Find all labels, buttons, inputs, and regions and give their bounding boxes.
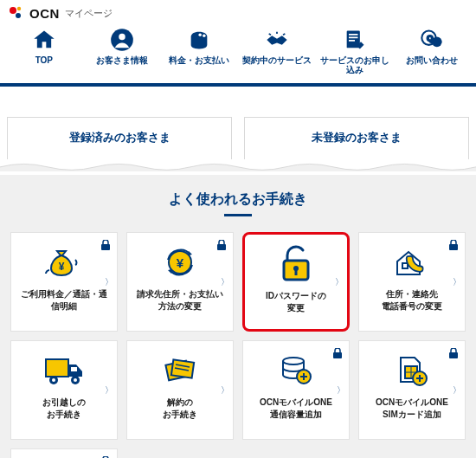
card-address-phone-change[interactable]: 〉 住所・連絡先 電話番号の変更 [358, 232, 466, 332]
card-title: OCNモバイルONE SIMカード追加 [376, 397, 448, 420]
chevron-right-icon: 〉 [453, 384, 461, 397]
person-circle-icon [110, 28, 134, 52]
yen-cycle-icon: ¥ [160, 242, 200, 283]
chevron-right-icon: 〉 [105, 276, 113, 288]
card-title: 請求先住所・お支払い 方法の変更 [137, 288, 223, 312]
document-pen-icon [343, 28, 367, 52]
svg-point-28 [52, 378, 55, 382]
card-title: 解約の お手続き [163, 397, 197, 420]
svg-point-6 [199, 33, 203, 36]
tab-unregistered[interactable]: 未登録のお客さま [244, 117, 469, 159]
nav-item-apply[interactable]: サービスのお申し込み [316, 28, 394, 74]
home-icon [32, 28, 56, 52]
nav-label: 料金・お支払い [169, 55, 229, 65]
lock-icon [217, 238, 226, 254]
svg-rect-25 [46, 359, 68, 377]
papers-icon [160, 350, 200, 391]
chevron-right-icon: 〉 [453, 276, 461, 288]
nav-item-top[interactable]: TOP [5, 28, 83, 74]
card-title: 住所・連絡先 電話番号の変更 [382, 288, 442, 312]
sim-plus-icon [392, 350, 432, 391]
card-grid: 〉 ¥ ご利用料金／通話・通 信明細 〉 ¥ 請求先住所・お支払い 方法の変更 … [10, 232, 466, 458]
card-title: ご利用料金／通話・通 信明細 [21, 288, 107, 312]
nav-label: お問い合わせ [406, 55, 458, 65]
svg-text:¥: ¥ [177, 255, 184, 270]
card-moving[interactable]: 〉 お引越しの お手続き [10, 340, 118, 440]
svg-rect-22 [295, 269, 298, 275]
chat-qa-icon: QA [420, 28, 444, 52]
nav-label: 契約中のサービス [242, 55, 312, 65]
title-underline [224, 214, 252, 216]
card-title: IDパスワードの 変更 [266, 290, 326, 313]
svg-rect-23 [449, 244, 458, 250]
card-mobile-one-sim-add[interactable]: 〉 OCNモバイルONE SIMカード追加 [358, 340, 466, 440]
card-id-password-change[interactable]: 〉 IDパスワードの 変更 [242, 232, 350, 332]
truck-icon [42, 350, 86, 391]
svg-rect-8 [349, 34, 358, 35]
chevron-right-icon: 〉 [221, 384, 229, 397]
padlock-large-icon [275, 243, 317, 285]
svg-rect-24 [402, 263, 408, 268]
svg-point-0 [10, 7, 16, 14]
chevron-right-icon: 〉 [337, 384, 345, 397]
lock-icon [449, 238, 458, 254]
ocn-logo-mark [9, 5, 24, 21]
chevron-right-icon: 〉 [221, 276, 229, 288]
svg-point-36 [283, 358, 304, 364]
svg-rect-9 [349, 37, 358, 39]
nav-item-billing[interactable]: 料金・お支払い [160, 28, 238, 74]
card-title: お引越しの お手続き [42, 397, 86, 420]
svg-rect-40 [449, 352, 458, 358]
money-bag-icon: ¥ [44, 242, 84, 283]
svg-rect-17 [217, 244, 226, 250]
main-nav: TOP お客さま情報 料金・お支払い 契約中のサービス サービスのお申し込み Q… [0, 24, 476, 87]
chevron-right-icon: 〉 [105, 384, 113, 397]
wave-divider [0, 161, 476, 171]
section-title: よく使われるお手続き [10, 190, 466, 209]
nav-item-contact[interactable]: QA お問い合わせ [393, 28, 471, 74]
card-mobile-one-data-add[interactable]: 〉 OCNモバイルONE 通信容量追加 [242, 340, 350, 440]
procedures-section: よく使われるお手続き 〉 ¥ ご利用料金／通話・通 信明細 〉 ¥ 請求先住所・… [0, 175, 476, 458]
page-label: マイページ [65, 7, 113, 20]
lock-icon [101, 455, 110, 458]
nav-label: サービスのお申し込み [316, 55, 394, 74]
card-mobile-one-course-change[interactable]: 〉 OCN モバイル ONE OCNモバイルONE コース変更 [10, 448, 118, 458]
chevron-right-icon: 〉 [335, 276, 344, 288]
lock-icon [449, 346, 458, 362]
ocn-logo-text: OCN [29, 6, 60, 21]
card-cancel[interactable]: 〉 解約の お手続き [126, 340, 234, 440]
svg-point-1 [17, 7, 21, 10]
svg-text:A: A [435, 40, 440, 46]
handshake-icon [265, 28, 289, 52]
svg-rect-35 [333, 352, 342, 358]
svg-text:Q: Q [427, 34, 433, 42]
lock-icon [333, 346, 342, 362]
lock-icon [101, 238, 110, 254]
database-plus-icon [276, 350, 316, 391]
svg-point-30 [74, 378, 77, 382]
card-usage-bill[interactable]: 〉 ¥ ご利用料金／通話・通 信明細 [10, 232, 118, 332]
card-billing-address-change[interactable]: 〉 ¥ 請求先住所・お支払い 方法の変更 [126, 232, 234, 332]
tab-registered[interactable]: 登録済みのお客さま [7, 117, 232, 159]
svg-text:¥: ¥ [59, 261, 65, 273]
svg-rect-15 [101, 244, 110, 250]
wallet-icon [187, 28, 211, 52]
nav-label: お客さま情報 [96, 55, 148, 65]
nav-label: TOP [35, 55, 53, 65]
nav-item-customer-info[interactable]: お客さま情報 [83, 28, 161, 74]
svg-point-5 [203, 35, 206, 38]
svg-point-2 [16, 13, 21, 18]
house-phone-icon [392, 242, 432, 283]
card-title: OCNモバイルONE 通信容量追加 [260, 397, 332, 420]
customer-tabs: 登録済みのお客さま 未登録のお客さま [7, 117, 469, 159]
svg-point-4 [119, 34, 125, 40]
nav-item-services[interactable]: 契約中のサービス [238, 28, 316, 74]
svg-rect-26 [71, 367, 77, 371]
header-bar: OCN マイページ [0, 0, 476, 24]
svg-rect-10 [349, 40, 355, 42]
